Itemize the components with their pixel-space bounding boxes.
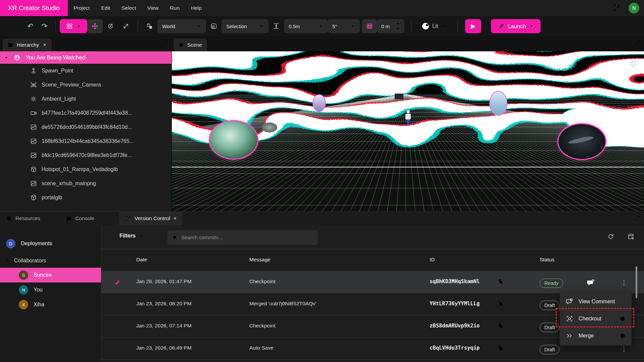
hierarchy-item-spawn-point[interactable]: Spawn_Point — [0, 64, 171, 78]
context-menu-checkout[interactable]: Checkout — [560, 310, 632, 327]
commits-table-header: Date Message ID Status — [101, 249, 644, 271]
selection-mode-dropdown[interactable]: Selection — [221, 19, 268, 33]
scene-panel: Scene — [172, 36, 644, 211]
pivot-mode-icon[interactable] — [206, 19, 221, 33]
lit-mode-dropdown[interactable]: Lit — [418, 19, 450, 33]
hierarchy-item-image-asset[interactable]: de55726dcd0546189bbf43fc84d10d... — [0, 120, 171, 134]
context-menu-merge[interactable]: Merge — [560, 327, 632, 344]
scale-tool-button[interactable] — [118, 19, 134, 33]
hierarchy-expand-icon[interactable] — [162, 40, 168, 47]
scene-settings-gear-icon[interactable]: ⚙ — [630, 59, 637, 68]
grid-step-dropdown[interactable]: 0.5m — [284, 19, 328, 33]
tab-hierarchy[interactable]: Hierarchy × — [3, 39, 52, 51]
scene-canvas[interactable]: ⚙ — [172, 51, 644, 211]
move-tool-button[interactable] — [87, 19, 103, 33]
tab-resources[interactable]: Resources — [0, 211, 46, 225]
chevron-down-icon — [197, 24, 201, 29]
search-commits-box — [167, 230, 318, 245]
play-button[interactable]: ▶ — [465, 19, 481, 33]
vc-sidebar: D Deployments Collaborators S Suncire N … — [0, 225, 101, 362]
portal-small-right[interactable] — [489, 91, 507, 116]
collaborator-avatar: S — [19, 270, 28, 280]
commit-settings-icon[interactable] — [627, 233, 635, 241]
chevron-down-icon — [529, 24, 534, 29]
terminal-icon — [66, 215, 72, 221]
status-badge: Draft — [540, 323, 559, 332]
hierarchy-item-portal-model[interactable]: portalglb — [0, 191, 171, 205]
collaborators-group-header[interactable]: Collaborators — [0, 254, 101, 268]
copy-id-icon[interactable] — [497, 345, 503, 352]
video-icon — [30, 109, 37, 117]
lit-sphere-icon — [422, 23, 429, 30]
stepper-up-icon — [396, 21, 400, 26]
tab-scene[interactable]: Scene — [174, 39, 207, 51]
floating-island-small[interactable] — [262, 122, 277, 133]
copy-id-icon[interactable] — [497, 278, 503, 286]
close-hierarchy-tab-icon[interactable]: × — [42, 42, 47, 48]
tab-console[interactable]: Console — [60, 211, 100, 225]
undo-button[interactable]: ↶ — [23, 19, 38, 33]
collaborator-xiha[interactable]: X Xiha — [0, 297, 101, 312]
layout-grid-button[interactable] — [60, 19, 87, 33]
menu-run[interactable]: Run — [164, 0, 185, 16]
hierarchy-item-hotspot-model[interactable]: Hotspot_01_Rampa_Vedadoglb — [0, 162, 171, 176]
transform-space-icon[interactable] — [142, 19, 157, 33]
search-commits-input[interactable] — [181, 235, 313, 241]
copy-id-icon[interactable] — [497, 323, 503, 330]
camera-icon — [30, 81, 37, 89]
world-space-dropdown[interactable]: World — [157, 19, 206, 33]
refresh-icon[interactable] — [607, 233, 614, 241]
portal-purple[interactable] — [312, 94, 326, 112]
rotate-icon — [107, 22, 114, 30]
column-status: Status — [540, 257, 554, 263]
redo-button[interactable]: ↷ — [38, 19, 52, 33]
square-in-square-icon — [210, 22, 217, 30]
measure-icon[interactable] — [268, 19, 284, 33]
collaborator-suncire[interactable]: S Suncire — [0, 268, 101, 282]
copy-id-icon[interactable] — [497, 301, 503, 308]
version-control-branch-icon[interactable] — [612, 3, 621, 13]
user-avatar[interactable]: N — [629, 3, 639, 13]
menu-edit[interactable]: Edit — [95, 0, 116, 16]
portal-island-left[interactable] — [209, 120, 258, 160]
close-version-control-tab-icon[interactable]: × — [174, 215, 177, 221]
hierarchy-item-video-asset[interactable]: b477fee1c7fa494087259df4f443e38... — [0, 106, 171, 120]
menu-project[interactable]: Project — [68, 0, 95, 16]
rotation-step-dropdown[interactable]: 5° — [328, 19, 360, 33]
snap-grid-toggle[interactable] — [362, 19, 377, 33]
hierarchy-item-image-asset[interactable]: 168bf63d124b44cab345a38336e765... — [0, 134, 171, 148]
filters-button[interactable]: Filters — [110, 233, 144, 239]
cube-icon — [30, 166, 37, 173]
sidebar-item-deployments[interactable]: D Deployments — [0, 236, 101, 251]
player-avatar[interactable] — [405, 110, 411, 124]
row-menu-kebab-icon[interactable]: ⋮ — [621, 345, 627, 353]
column-date: Date — [136, 257, 147, 263]
context-menu-view-comment[interactable]: View Comment — [560, 293, 632, 310]
hierarchy-item-scene-preview-camera[interactable]: Scene_Preview_Camera — [0, 78, 171, 92]
comment-icon[interactable] — [587, 278, 595, 289]
rotate-tool-button[interactable] — [103, 19, 118, 33]
hierarchy-item-ambient-light[interactable]: Ambient_Light — [0, 92, 171, 106]
height-stepper[interactable]: 0 m — [377, 19, 404, 33]
scene-expand-icon[interactable] — [634, 40, 640, 47]
hierarchy-root-row[interactable]: You Are Being Watched — [0, 51, 171, 64]
distant-object[interactable] — [395, 94, 403, 99]
bottom-expand-icon[interactable] — [634, 215, 640, 222]
cube-icon — [30, 194, 37, 201]
menu-select[interactable]: Select — [116, 0, 142, 16]
hierarchy-item-image-asset[interactable]: bfdc19cd6596470c98fee3eb1df73fe... — [0, 148, 171, 162]
tab-version-control[interactable]: Version Control × — [119, 211, 183, 225]
hierarchy-item-scene-image[interactable]: scene_xrhub_mainpng — [0, 176, 171, 191]
menu-help[interactable]: Help — [185, 0, 207, 16]
commit-row[interactable]: ✓ Jan 28, 2026, 01:47 PM Checkpoint sqBh… — [101, 271, 644, 293]
spawn-person-icon — [30, 67, 37, 74]
grid-2x2-icon — [66, 22, 73, 30]
scale-icon — [122, 22, 130, 30]
collaborator-you[interactable]: N You — [0, 282, 101, 297]
launch-button[interactable]: Launch — [491, 19, 541, 33]
menu-view[interactable]: View — [142, 0, 164, 16]
checkout-scan-icon — [566, 315, 573, 322]
row-menu-kebab-icon[interactable]: ⋮ — [621, 278, 627, 286]
vertical-scrollbar[interactable] — [636, 266, 637, 298]
image-icon — [30, 152, 37, 159]
